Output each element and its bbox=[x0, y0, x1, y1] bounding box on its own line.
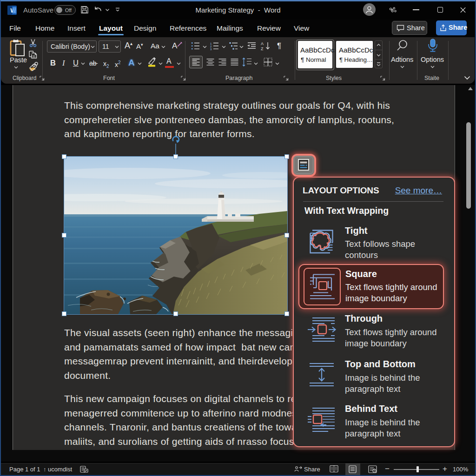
svg-text:1: 1 bbox=[210, 42, 212, 45]
svg-text:Z: Z bbox=[261, 46, 264, 51]
svg-text:A: A bbox=[261, 41, 264, 46]
svg-text:3: 3 bbox=[210, 48, 212, 50]
